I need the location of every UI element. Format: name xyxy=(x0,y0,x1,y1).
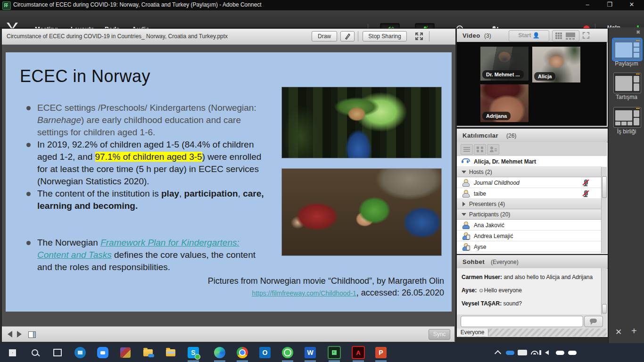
tray-onedrive-icon[interactable] xyxy=(504,346,517,359)
layout-thumb-discussion[interactable] xyxy=(613,73,641,93)
taskbar-whatsapp-icon[interactable] xyxy=(281,346,294,359)
participant-row[interactable]: Ayse xyxy=(457,241,601,252)
workspace-add-icon[interactable]: + xyxy=(631,326,637,337)
previous-slide-icon[interactable] xyxy=(8,331,12,337)
participant-row[interactable]: taibe xyxy=(457,188,601,199)
highlighted-text: 97.1% of children aged 3-5 xyxy=(95,152,202,162)
taskbar-onedrive-folder-icon[interactable] xyxy=(141,346,155,359)
start-webcam-button[interactable]: Start 👤 xyxy=(509,30,549,41)
video-thumb-1[interactable]: Dr. Mehmet ... xyxy=(480,47,528,81)
chat-pod: Sohbet (Everyone) Carmen Huser: and also… xyxy=(456,255,608,337)
next-slide-icon[interactable] xyxy=(17,331,22,337)
chat-pod-header: Sohbet (Everyone) xyxy=(457,255,608,269)
mic-muted-icon xyxy=(582,190,589,197)
workspace-close-icon[interactable]: ✕ xyxy=(615,327,622,337)
video-fullscreen-icon[interactable] xyxy=(582,32,590,41)
adobe-connect-app-icon xyxy=(2,1,11,10)
taskbar-movie-app-icon[interactable] xyxy=(74,346,87,359)
taskbar-adobe-connect-icon[interactable] xyxy=(328,346,341,359)
phone-icon xyxy=(462,157,469,165)
participants-pod: Katılımcılar (26) Alicja, Dr. Mehmet Mar… xyxy=(456,128,608,255)
layout-thumb-collaboration[interactable] xyxy=(613,107,641,128)
participants-pod-title: Katılımcılar xyxy=(462,132,498,139)
draw-button[interactable]: Draw xyxy=(312,31,337,41)
sidebar-toggle-icon[interactable] xyxy=(28,331,36,338)
video-thumb-2[interactable]: Alicja xyxy=(532,47,580,82)
stop-sharing-button[interactable]: Stop Sharing xyxy=(363,31,407,41)
tab-everyone[interactable]: Everyone xyxy=(457,329,488,336)
sync-button[interactable]: Sync xyxy=(429,329,450,340)
participants-scrollbar[interactable] xyxy=(601,167,607,253)
phone-attendees: Alicja, Dr. Mehmet Mart xyxy=(474,158,536,165)
chat-scope: (Everyone) xyxy=(491,259,519,265)
tray-battery-icon[interactable] xyxy=(516,346,529,359)
video-count: (3) xyxy=(484,33,491,39)
tray-cloud-sync-icon-2[interactable] xyxy=(566,346,579,359)
share-pod-footer: Sync xyxy=(2,326,454,342)
chat-message: Ayse: ☺Hello everyone xyxy=(462,287,594,294)
section-hosts[interactable]: Hosts (2) xyxy=(457,167,601,177)
section-participants[interactable]: Participants (20) xyxy=(457,209,601,220)
slide-title: ECEC in Norway xyxy=(20,66,150,86)
taskbar-file-explorer-icon[interactable] xyxy=(164,346,177,359)
chat-input[interactable] xyxy=(461,316,583,327)
taskbar-edge-icon[interactable] xyxy=(213,346,226,359)
chat-message: Carmen Huser: and also hello to Alicja a… xyxy=(462,274,594,280)
task-view-icon[interactable] xyxy=(51,346,64,359)
video-pod-header: Video (3) Start 👤 xyxy=(457,29,608,42)
fullscreen-icon[interactable] xyxy=(415,32,423,42)
taskbar-word-icon[interactable]: W xyxy=(304,346,317,359)
participant-row[interactable]: Journal Childhood xyxy=(457,177,601,188)
pointer-tool-button[interactable] xyxy=(340,31,355,41)
participant-row[interactable]: Andrea Lemajić xyxy=(457,230,601,241)
video-thumb-3[interactable]: Adrijana xyxy=(480,84,528,122)
taskbar-skype-icon[interactable]: S xyxy=(187,346,200,359)
tray-chevron-icon[interactable] xyxy=(491,346,504,359)
minimize-button[interactable]: – xyxy=(577,0,598,10)
collapse-icon xyxy=(462,213,466,216)
slide-photo-forest-child xyxy=(281,87,442,158)
participant-mobile-icon xyxy=(462,232,469,239)
taskbar-outlook-icon[interactable]: O xyxy=(258,346,272,359)
phone-attendees-row[interactable]: Alicja, Dr. Mehmet Mart xyxy=(457,156,601,167)
taskbar-search-icon[interactable] xyxy=(28,346,41,359)
share-pod: Circumstance of ECEC during COVID-19 in … xyxy=(1,28,456,343)
send-message-button[interactable] xyxy=(584,316,603,327)
layouts-pin-icon[interactable]: ✖ xyxy=(636,29,640,35)
presentation-slide: ECEC in Norway ECEC settings /Preschools… xyxy=(6,52,452,312)
video-pod-body: Dr. Mehmet ... Alicja Adrijana xyxy=(457,42,607,126)
mic-muted-icon xyxy=(582,179,589,186)
video-name-2: Alicja xyxy=(534,72,555,81)
list-view-icon[interactable] xyxy=(461,144,473,155)
attendee-status-icon[interactable] xyxy=(487,144,499,155)
video-pod-title: Video xyxy=(462,32,480,39)
taskbar-winrar-icon[interactable] xyxy=(119,346,132,359)
chat-message: Veysel TAŞAR: sound? xyxy=(462,300,594,307)
participant-row[interactable]: Ana Jaković xyxy=(457,220,601,230)
layout-label-sharing[interactable]: Paylaşım xyxy=(609,60,644,67)
participant-mobile-icon xyxy=(462,243,469,250)
layout-label-discussion[interactable]: Tartışma xyxy=(609,94,644,100)
layout-thumb-sharing[interactable] xyxy=(613,39,641,60)
taskbar-chrome-icon[interactable] xyxy=(236,346,249,359)
expand-icon xyxy=(462,202,465,206)
taskbar-acrobat-icon[interactable]: A xyxy=(352,346,365,359)
start-button[interactable] xyxy=(6,346,19,359)
video-view-toggle[interactable] xyxy=(552,30,579,41)
tray-volume-icon[interactable] xyxy=(540,346,553,359)
layout-label-collaboration[interactable]: İş birliği xyxy=(609,128,644,135)
layouts-sidebar: ✖ Paylaşım Tartışma İş birliği ✕ + xyxy=(608,27,644,343)
restore-button[interactable]: ❐ xyxy=(599,0,620,10)
participants-pod-header: Katılımcılar (26) xyxy=(457,129,608,142)
chat-scrollbar[interactable] xyxy=(601,268,607,314)
filmfreeway-link[interactable]: https://filmfreeway.com/Childhood-1 xyxy=(252,289,356,297)
taskbar-zoom-icon[interactable] xyxy=(96,346,109,359)
video-name-1: Dr. Mehmet ... xyxy=(482,70,524,79)
breakout-view-icon[interactable] xyxy=(474,144,486,155)
section-presenters[interactable]: Presenters (4) xyxy=(457,199,601,209)
taskbar-powerpoint-icon[interactable]: P xyxy=(374,346,388,359)
close-button[interactable]: ✕ xyxy=(621,0,642,10)
wave-emoji: ☺ xyxy=(479,287,484,294)
tray-cloud-sync-icon[interactable] xyxy=(553,346,567,359)
chat-tabs: Everyone xyxy=(457,329,607,337)
